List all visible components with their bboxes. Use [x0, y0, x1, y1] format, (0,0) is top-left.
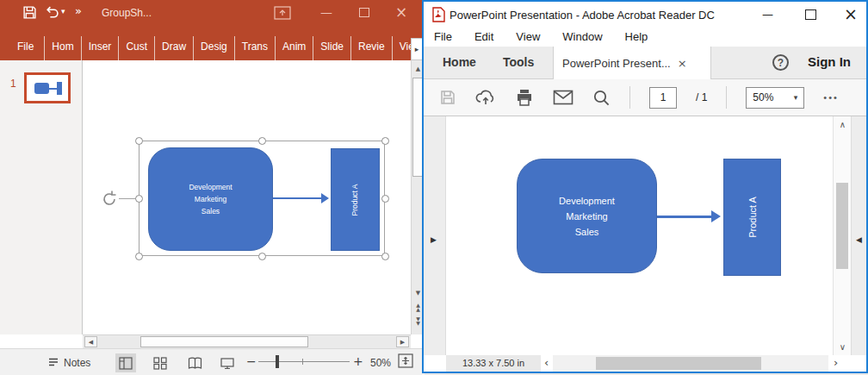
ppt-tab-custom[interactable]: Cust	[119, 36, 155, 60]
help-icon[interactable]: ?	[772, 54, 789, 71]
tab-document[interactable]: PowerPoint Present... ×	[553, 47, 711, 79]
acrobat-vertical-scroll-thumb[interactable]	[836, 183, 848, 269]
ppt-tab-slideshow[interactable]: Slide	[313, 36, 351, 60]
ppt-close-button[interactable]: ×	[395, 3, 407, 21]
email-icon[interactable]	[553, 90, 574, 105]
selection-handle-bottom-left[interactable]	[135, 253, 143, 260]
ppt-tab-file[interactable]: File	[7, 36, 45, 60]
ppt-horizontal-scroll-thumb[interactable]	[140, 336, 308, 347]
undo-dropdown-caret[interactable]: ▾	[61, 7, 65, 16]
pdf-connector-arrowhead	[711, 210, 721, 222]
search-icon[interactable]	[592, 89, 611, 107]
expand-nav-pane-button[interactable]: ▶	[431, 235, 437, 244]
ppt-minimize-button[interactable]: —	[320, 5, 332, 19]
acrobat-vertical-scrollbar[interactable]: ∧ ∨	[833, 116, 851, 355]
fit-slide-to-window-button[interactable]	[398, 353, 413, 371]
ppt-maximize-button[interactable]	[359, 8, 369, 17]
notes-button[interactable]: Notes	[47, 355, 90, 370]
undo-icon[interactable]	[45, 5, 59, 23]
ppt-tab-review[interactable]: Revie	[351, 36, 393, 60]
normal-view-button[interactable]	[115, 353, 136, 372]
acrobat-titlebar[interactable]: PowerPoint Presentation - Adobe Acrobat …	[424, 2, 866, 27]
save-icon[interactable]	[22, 5, 37, 23]
acrobat-horizontal-scrollbar[interactable]	[553, 355, 828, 372]
slideshow-view-button[interactable]	[217, 353, 238, 372]
acrobat-horizontal-scroll-thumb[interactable]	[596, 357, 761, 370]
selection-handle-top-center[interactable]	[258, 137, 266, 145]
ppt-tab-transitions[interactable]: Trans	[235, 36, 276, 60]
pdf-product-shape: Product A	[723, 159, 781, 276]
process-shape[interactable]: Development Marketing Sales	[148, 147, 273, 251]
scroll-down-chevron[interactable]: ∨	[834, 342, 852, 352]
share-upload-icon[interactable]	[475, 89, 496, 106]
product-shape-label: Product A	[350, 184, 359, 216]
qat-more-button[interactable]: »	[75, 4, 82, 17]
ppt-tab-home[interactable]: Hom	[45, 36, 81, 60]
ppt-ribbon-tabs: File Hom Inser Cust Draw Desig Trans Ani…	[0, 26, 425, 60]
acrobat-minimize-button[interactable]: —	[762, 8, 773, 21]
pdf-page[interactable]: Development Marketing Sales Product A	[446, 116, 833, 355]
menu-help[interactable]: Help	[625, 30, 648, 43]
sign-in-button[interactable]: Sign In	[808, 54, 851, 69]
ppt-tab-draw[interactable]: Draw	[155, 36, 194, 60]
acrobat-toolbar: 1 / 1 50% ▾ •••	[424, 79, 866, 116]
scroll-right-arrow[interactable]: ▶	[396, 336, 409, 347]
thumbnail-process-shape	[34, 83, 49, 94]
save-icon[interactable]	[439, 89, 456, 106]
acrobat-close-button[interactable]: ×	[844, 4, 858, 23]
scroll-left-arrow[interactable]: ◀	[84, 336, 97, 347]
selection-handle-top-left[interactable]	[135, 137, 143, 145]
zoom-slider-track[interactable]	[258, 361, 350, 362]
ppt-tab-insert[interactable]: Inser	[82, 36, 120, 60]
rotation-handle-icon[interactable]	[99, 189, 120, 213]
selection-handle-middle-left[interactable]	[135, 195, 143, 203]
ppt-tab-animations[interactable]: Anim	[276, 36, 313, 60]
process-line-2: Marketing	[195, 193, 226, 205]
zoom-in-button[interactable]: +	[353, 354, 363, 368]
hscroll-right-chevron[interactable]: ›	[834, 356, 838, 369]
ribbon-display-options-button[interactable]	[274, 6, 291, 22]
ppt-horizontal-scrollbar[interactable]: ◀ ▶	[83, 334, 411, 348]
pdf-product-label: Product A	[747, 197, 757, 238]
thumbnail-arrow	[49, 88, 57, 90]
toolbar-separator	[629, 86, 630, 109]
document-tab-close-icon[interactable]: ×	[678, 57, 687, 70]
notes-label: Notes	[64, 357, 90, 369]
more-tools-button[interactable]: •••	[823, 92, 839, 103]
tab-home[interactable]: Home	[443, 55, 476, 69]
menu-file[interactable]: File	[434, 30, 452, 43]
pdf-process-line-2: Marketing	[566, 209, 607, 224]
acrobat-tab-bar: Home Tools PowerPoint Present... × ? Sig…	[424, 47, 866, 79]
ppt-titlebar[interactable]: ▾ » GroupSh... — ×	[0, 0, 425, 26]
tab-tools[interactable]: Tools	[503, 55, 534, 69]
ribbon-tab-scroll-right[interactable]: ▸	[411, 38, 423, 60]
hscroll-left-chevron[interactable]: ‹	[544, 356, 549, 369]
selection-handle-top-right[interactable]	[381, 137, 389, 145]
acrobat-document-area: ▶ Development Marketing Sales Product A …	[424, 116, 866, 355]
selection-handle-middle-right[interactable]	[381, 195, 389, 203]
zoom-slider-thumb[interactable]	[276, 355, 279, 368]
pdf-process-shape: Development Marketing Sales	[517, 159, 657, 273]
print-icon[interactable]	[515, 89, 534, 106]
selection-handle-bottom-right[interactable]	[381, 253, 389, 260]
selection-handle-bottom-center[interactable]	[258, 253, 266, 260]
reading-view-button[interactable]	[184, 353, 205, 372]
page-size-indicator: 13.33 x 7.50 in	[446, 355, 541, 372]
zoom-out-button[interactable]: −	[246, 354, 257, 368]
slide-sorter-view-button[interactable]	[150, 353, 170, 372]
acrobat-maximize-button[interactable]	[805, 9, 816, 20]
zoom-level-value: 50%	[753, 91, 773, 103]
slide-1-thumbnail[interactable]	[24, 72, 71, 103]
page-number-input[interactable]: 1	[649, 87, 677, 109]
scroll-up-chevron[interactable]: ∧	[834, 120, 852, 129]
expand-tools-pane-button[interactable]: ◀	[856, 235, 862, 244]
tools-pane-strip: ◀	[851, 116, 866, 355]
menu-window[interactable]: Window	[562, 30, 602, 43]
product-shape[interactable]: Product A	[331, 148, 380, 251]
menu-view[interactable]: View	[516, 30, 540, 43]
zoom-level-dropdown[interactable]: 50% ▾	[746, 87, 804, 109]
ppt-tab-design[interactable]: Desig	[194, 36, 235, 60]
zoom-percentage[interactable]: 50%	[370, 357, 391, 369]
connector-arrow[interactable]	[273, 197, 322, 199]
menu-edit[interactable]: Edit	[474, 30, 493, 43]
